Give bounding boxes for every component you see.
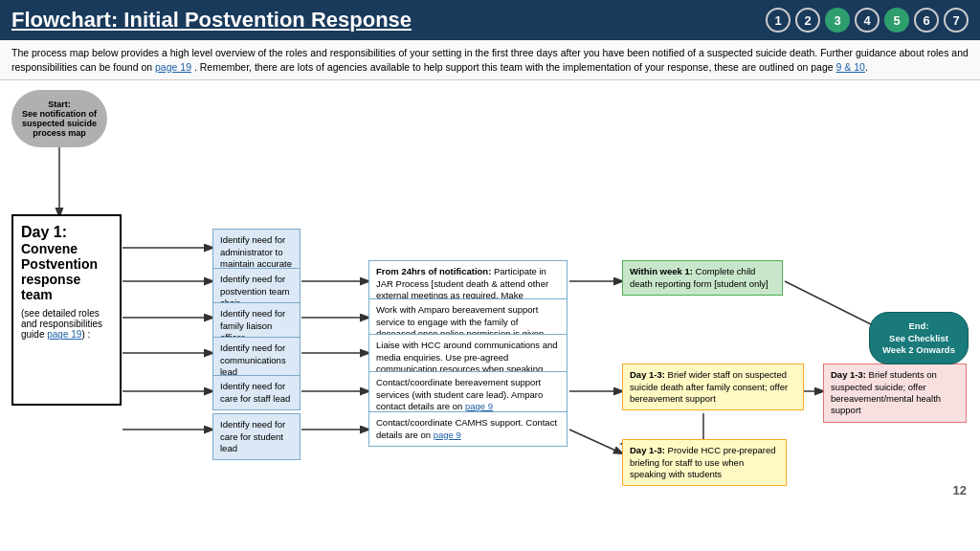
page-5[interactable]: 5 — [884, 8, 909, 33]
day13-brief-bold: Day 1-3: — [630, 369, 665, 380]
page19-link2[interactable]: page 19 — [47, 329, 81, 340]
page-number: 12 — [953, 483, 967, 497]
day1-title: Day 1: — [21, 224, 112, 241]
end-text: End:See Checklist Week 2 Onwards — [877, 320, 961, 356]
day1-box: Day 1: Convene Postvention response team… — [11, 214, 122, 406]
page-6[interactable]: 6 — [914, 8, 939, 33]
intro-text-part3: . — [865, 61, 868, 73]
page9-link2[interactable]: page 9 — [465, 401, 493, 411]
page-2[interactable]: 2 — [795, 8, 820, 33]
page-navigation: 1 2 3 4 5 6 7 — [766, 8, 969, 33]
staff-lead-text: Identify need for care for staff lead — [220, 381, 290, 403]
flowchart-area: Start: See notification of suspected sui… — [0, 80, 980, 501]
student-lead-text: Identify need for care for student lead — [220, 419, 285, 453]
week1-box: Within week 1: Complete child death repo… — [622, 260, 783, 296]
day13-brief-box: Day 1-3: Brief wider staff on suspected … — [622, 364, 804, 410]
day13-students-box: Day 1-3: Brief students on suspected sui… — [823, 364, 967, 422]
intro-text: The process map below provides a high le… — [0, 40, 980, 80]
end-box: End:See Checklist Week 2 Onwards — [869, 312, 969, 364]
day1-subtitle: Convene Postvention response team — [21, 241, 112, 302]
page-4[interactable]: 4 — [855, 8, 880, 33]
page-3[interactable]: 3 — [825, 8, 850, 33]
staff-care-text: Contact/coordinate bereavement support s… — [376, 377, 543, 411]
page19-link1[interactable]: page 19 — [155, 61, 191, 73]
day13-hcc-box: Day 1-3: Provide HCC pre-prepared briefi… — [622, 439, 787, 486]
page9-link3[interactable]: page 9 — [434, 430, 461, 440]
week1-bold: Within week 1: — [630, 266, 693, 276]
day13-hcc-bold: Day 1-3: — [630, 445, 665, 455]
student-care-box: Contact/coordinate CAMHS support. Contac… — [368, 411, 568, 447]
start-label: Start: — [48, 99, 71, 109]
page910-link[interactable]: 9 & 10 — [836, 61, 865, 73]
page-7[interactable]: 7 — [944, 8, 969, 33]
student-care-text: Contact/coordinate CAMHS support. Contac… — [376, 417, 557, 439]
start-desc: See notification of suspected suicide pr… — [15, 109, 103, 138]
jar-bold: From 24hrs of notification: — [376, 266, 491, 276]
start-box: Start: See notification of suspected sui… — [11, 90, 107, 147]
comms-lead-text: Identify need for communications lead — [220, 342, 286, 377]
page-title: Flowchart: Initial Postvention Response — [11, 8, 412, 33]
day1-detail: (see detailed roles and responsibilities… — [21, 308, 112, 340]
staff-lead-box: Identify need for care for staff lead — [212, 375, 301, 410]
intro-text-part2: . Remember, there are lots of agencies a… — [191, 61, 836, 73]
svg-line-14 — [569, 430, 622, 453]
header: Flowchart: Initial Postvention Response … — [0, 0, 980, 40]
page-1[interactable]: 1 — [766, 8, 791, 33]
student-lead-box: Identify need for care for student lead — [212, 413, 301, 460]
day13-students-bold: Day 1-3: — [831, 369, 866, 380]
